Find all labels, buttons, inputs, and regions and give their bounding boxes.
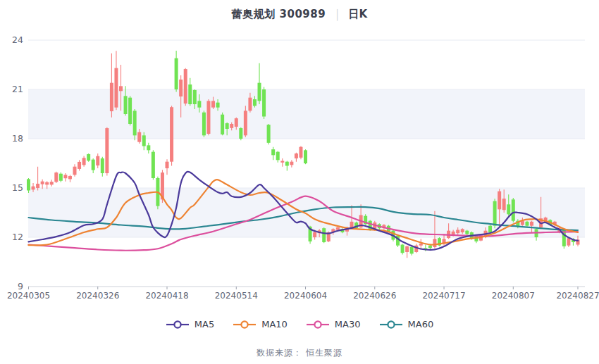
candle[interactable]	[96, 153, 99, 168]
candle-body	[239, 128, 242, 139]
candle-body	[45, 182, 49, 185]
candle-body	[567, 238, 570, 246]
candle-body	[433, 239, 436, 247]
candle-body	[216, 103, 220, 108]
candle[interactable]	[166, 159, 169, 175]
candle-body	[142, 135, 146, 146]
candle[interactable]	[525, 221, 529, 227]
candle-body	[82, 158, 86, 165]
candle[interactable]	[285, 161, 289, 171]
candle[interactable]	[105, 127, 109, 176]
candle-body	[27, 179, 30, 190]
candle[interactable]	[206, 99, 210, 135]
candle[interactable]	[101, 157, 104, 177]
candle-body	[184, 69, 187, 103]
y-axis-label: 21	[12, 84, 23, 94]
candle-body	[226, 123, 229, 129]
candle-body	[170, 107, 173, 161]
candle-body	[78, 162, 81, 169]
candle[interactable]	[280, 158, 284, 167]
candle[interactable]	[304, 149, 307, 164]
legend-item-ma30[interactable]: MA30	[306, 319, 361, 330]
candle[interactable]	[147, 143, 150, 153]
candle-body	[285, 162, 289, 166]
candle-body	[253, 99, 257, 106]
candle[interactable]	[92, 158, 95, 173]
candle-body	[50, 182, 54, 184]
candle-body	[166, 162, 169, 168]
candle[interactable]	[267, 124, 271, 144]
legend-item-ma10[interactable]: MA10	[233, 319, 288, 330]
kline-chart-canvas[interactable]: 2421181512920240305202403262024041820240…	[0, 0, 599, 317]
legend-item-ma5[interactable]: MA5	[166, 319, 214, 330]
candle[interactable]	[419, 239, 423, 249]
candle[interactable]	[239, 127, 242, 141]
candle[interactable]	[63, 173, 67, 182]
candle[interactable]	[290, 160, 293, 168]
candle[interactable]	[59, 172, 63, 182]
y-axis-label: 18	[12, 133, 23, 144]
candle[interactable]	[50, 180, 54, 186]
candle[interactable]	[68, 175, 72, 182]
stock-chart-page: 蕾奥规划 300989 │ 日K 24211815129202403052024…	[0, 0, 599, 364]
candle-body	[230, 124, 233, 128]
candle-body	[498, 192, 501, 210]
candle[interactable]	[438, 237, 441, 246]
candle-body	[290, 162, 293, 165]
candle[interactable]	[276, 151, 280, 163]
candle-body	[507, 204, 510, 214]
candle[interactable]	[170, 106, 173, 165]
legend-item-ma60[interactable]: MA60	[379, 319, 434, 330]
candle-body	[530, 222, 533, 226]
candle[interactable]	[36, 167, 39, 191]
candle[interactable]	[410, 246, 414, 256]
candle[interactable]	[152, 150, 155, 180]
candle-body	[137, 132, 141, 142]
candle[interactable]	[221, 113, 224, 136]
candle[interactable]	[78, 160, 81, 170]
candle[interactable]	[110, 54, 113, 118]
candle[interactable]	[188, 78, 192, 106]
legend-label: MA30	[335, 319, 361, 330]
candle[interactable]	[87, 153, 90, 162]
candle-body	[133, 111, 137, 135]
candle[interactable]	[114, 51, 118, 110]
candle[interactable]	[271, 147, 275, 161]
x-axis-label: 20240604	[284, 291, 327, 301]
candle[interactable]	[73, 164, 77, 177]
legend-label: MA60	[408, 319, 434, 330]
candle[interactable]	[262, 87, 266, 120]
ma10-legend-marker-icon	[233, 320, 257, 330]
candle[interactable]	[54, 172, 58, 183]
candle-body	[299, 147, 302, 158]
candle-body	[262, 89, 266, 117]
candle[interactable]	[41, 180, 44, 189]
candle[interactable]	[184, 68, 187, 106]
candle[interactable]	[258, 63, 261, 104]
candle-body	[512, 199, 515, 220]
candle-body	[276, 152, 280, 161]
x-axis-label: 20240305	[7, 291, 50, 301]
candle-body	[96, 156, 99, 165]
x-axis-label: 20240827	[556, 291, 599, 301]
candle-body	[188, 84, 192, 104]
candle[interactable]	[202, 111, 206, 137]
ma-legend: MA5MA10MA30MA60	[0, 319, 599, 330]
candle[interactable]	[175, 51, 178, 92]
candle[interactable]	[82, 156, 86, 167]
candle[interactable]	[405, 246, 409, 258]
candle-body	[428, 246, 432, 249]
candle-body	[147, 145, 150, 150]
candle-body	[32, 187, 35, 190]
candle-body	[488, 226, 492, 232]
candle[interactable]	[512, 198, 515, 222]
candle[interactable]	[401, 244, 405, 254]
candle[interactable]	[295, 153, 298, 162]
candle[interactable]	[299, 146, 302, 160]
candle[interactable]	[128, 96, 132, 125]
candle[interactable]	[396, 235, 400, 248]
candle-body	[313, 232, 316, 237]
candle-body	[280, 161, 284, 163]
candle[interactable]	[322, 227, 326, 243]
candle[interactable]	[535, 228, 538, 241]
